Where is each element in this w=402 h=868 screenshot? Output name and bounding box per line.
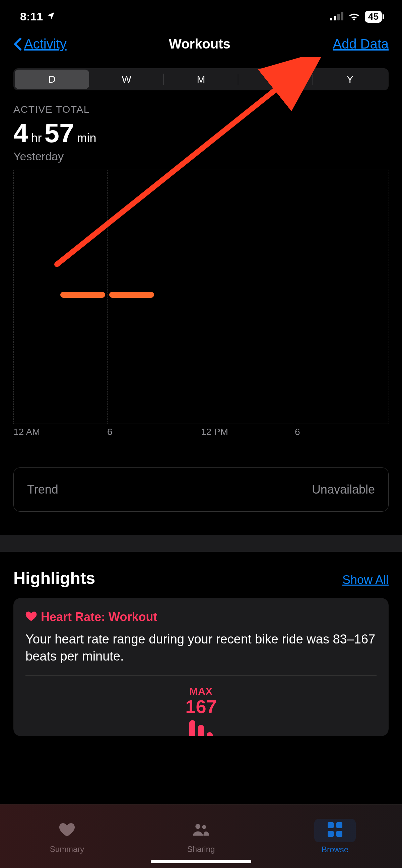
highlights-header: Highlights Show All — [13, 568, 389, 588]
nav-bar: Activity Workouts Add Data — [0, 30, 402, 65]
gridline — [201, 170, 201, 424]
segment-6month[interactable]: 6M — [238, 70, 313, 89]
svg-rect-0 — [330, 18, 332, 21]
highlight-card-heart-rate[interactable]: Heart Rate: Workout Your heart rate rang… — [13, 598, 389, 736]
hours-unit: hr — [31, 131, 42, 145]
show-all-button[interactable]: Show All — [342, 573, 389, 587]
hours-value: 4 — [13, 118, 28, 149]
svg-rect-10 — [327, 831, 334, 837]
tab-label: Browse — [322, 845, 348, 854]
tab-bar: Summary Sharing Browse — [0, 804, 402, 868]
gridline — [13, 170, 14, 424]
x-label: 12 AM — [13, 427, 40, 437]
status-bar: 8:11 45 — [0, 0, 402, 30]
svg-rect-8 — [327, 822, 334, 828]
x-label: 6 — [107, 427, 113, 437]
gridline — [389, 170, 389, 424]
status-left: 8:11 — [20, 10, 56, 23]
active-total-subtext: Yesterday — [13, 150, 389, 163]
tab-sharing[interactable]: Sharing — [134, 805, 268, 868]
mins-unit: min — [77, 131, 96, 145]
back-label: Activity — [24, 36, 67, 52]
highlight-card-body: Your heart rate range during your recent… — [25, 631, 377, 676]
segment-year[interactable]: Y — [313, 70, 387, 89]
tab-label: Sharing — [187, 844, 215, 854]
heart-icon — [25, 610, 37, 624]
segment-day[interactable]: D — [15, 70, 89, 89]
segment-week[interactable]: W — [89, 70, 164, 89]
highlights-title: Highlights — [13, 568, 95, 588]
x-axis-labels: 12 AM 6 12 PM 6 — [13, 424, 389, 444]
mins-value: 57 — [45, 118, 75, 149]
people-icon — [192, 829, 210, 838]
active-total-value: 4 hr 57 min — [13, 118, 389, 149]
hr-bars — [25, 719, 377, 736]
trend-value: Unavailable — [312, 483, 375, 497]
gridline — [107, 170, 108, 424]
grid-icon — [327, 830, 342, 839]
svg-point-6 — [195, 824, 200, 829]
segment-month[interactable]: M — [164, 70, 238, 89]
location-icon — [46, 10, 56, 23]
max-value: 167 — [25, 696, 377, 717]
highlight-max-area: MAX 167 — [25, 686, 377, 736]
time-range-segmented[interactable]: D W M 6M Y — [13, 68, 389, 90]
chevron-left-icon — [13, 37, 22, 51]
trend-label: Trend — [27, 483, 58, 497]
back-button[interactable]: Activity — [13, 36, 67, 52]
x-label: 6 — [295, 427, 300, 437]
tab-browse[interactable]: Browse — [268, 805, 402, 868]
x-label: 12 PM — [201, 427, 228, 437]
section-gap — [0, 535, 402, 552]
workout-bar — [60, 292, 105, 298]
battery-level: 45 — [368, 11, 378, 22]
status-time: 8:11 — [20, 10, 43, 23]
trend-card[interactable]: Trend Unavailable — [13, 467, 389, 512]
svg-point-7 — [202, 825, 206, 829]
wifi-icon — [348, 10, 360, 23]
tab-summary[interactable]: Summary — [0, 805, 134, 868]
max-label: MAX — [25, 686, 377, 697]
svg-rect-3 — [341, 12, 343, 21]
workout-bar — [109, 292, 154, 298]
svg-rect-11 — [336, 831, 342, 837]
cellular-icon — [330, 10, 343, 23]
svg-rect-1 — [334, 16, 336, 21]
add-data-button[interactable]: Add Data — [333, 36, 389, 52]
battery-indicator: 45 — [365, 11, 382, 23]
status-right: 45 — [330, 10, 382, 23]
heart-icon — [59, 829, 75, 838]
gridline — [295, 170, 295, 424]
home-indicator[interactable] — [151, 860, 251, 863]
svg-rect-9 — [336, 822, 342, 828]
workouts-chart[interactable] — [13, 169, 389, 424]
highlight-card-header: Heart Rate: Workout — [25, 610, 377, 624]
active-total-label: ACTIVE TOTAL — [13, 104, 389, 115]
svg-rect-2 — [337, 14, 340, 21]
tab-label: Summary — [50, 844, 84, 854]
highlight-card-title: Heart Rate: Workout — [41, 610, 157, 624]
page-title: Workouts — [169, 36, 230, 52]
